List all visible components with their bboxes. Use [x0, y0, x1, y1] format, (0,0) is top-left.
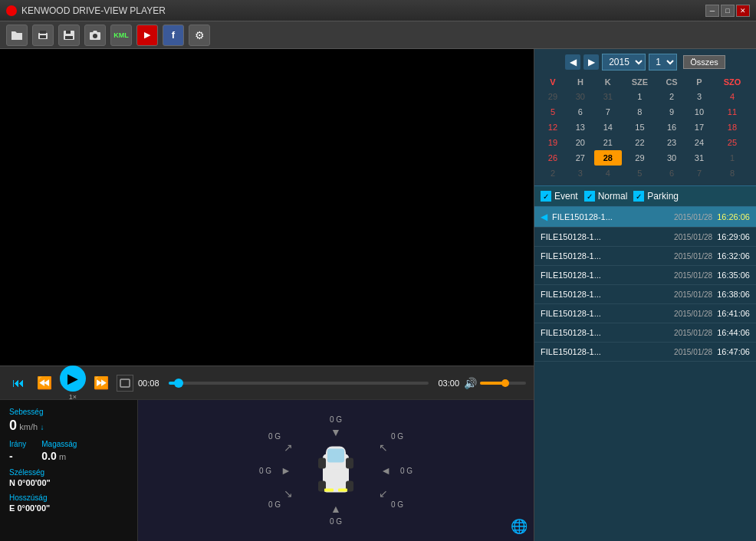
titlebar: KENWOOD DRIVE-VIEW PLAYER ─ □ ✕ [0, 0, 756, 21]
cal-day[interactable]: 31 [594, 89, 622, 104]
cal-day[interactable]: 2 [658, 89, 685, 104]
calendar-next-button[interactable]: ▶ [583, 54, 599, 70]
maximize-button[interactable]: □ [721, 5, 735, 17]
cal-day[interactable]: 30 [567, 89, 594, 104]
screen-mode-button[interactable] [117, 375, 133, 392]
settings-button[interactable]: ⚙ [189, 25, 210, 46]
cal-day[interactable]: 28 [594, 150, 622, 166]
volume-container: 🔊 [464, 377, 526, 389]
cal-day[interactable]: 5 [622, 166, 658, 181]
youtube-button[interactable]: ▶ [136, 25, 158, 46]
arrow-tr: ↖ [379, 441, 388, 454]
play-button[interactable]: ▶ [60, 366, 86, 392]
cal-day[interactable]: 7 [594, 104, 622, 120]
cal-day[interactable]: 23 [658, 135, 685, 150]
file-date: 2015/01/28 [674, 348, 712, 356]
cal-day[interactable]: 1 [622, 89, 658, 104]
file-name: FILE150128-1... [541, 328, 669, 337]
cal-day[interactable]: 31 [685, 150, 713, 166]
parking-checkbox[interactable]: ✓ [633, 191, 644, 202]
cal-day[interactable]: 18 [713, 120, 751, 135]
file-item[interactable]: FILE150128-1...2015/01/2816:32:06 [534, 247, 756, 266]
file-item[interactable]: FILE150128-1...2015/01/2816:38:06 [534, 285, 756, 304]
progress-bar[interactable] [169, 382, 429, 385]
globe-button[interactable]: 🌐 [511, 518, 528, 535]
cal-day[interactable]: 17 [685, 120, 713, 135]
cal-day[interactable]: 8 [622, 104, 658, 120]
calendar-prev-button[interactable]: ◀ [565, 54, 580, 70]
cal-day[interactable]: 3 [685, 89, 713, 104]
file-date: 2015/01/28 [674, 290, 712, 299]
event-checkbox[interactable]: ✓ [541, 191, 551, 202]
altitude-label: Magasság [41, 440, 77, 448]
cal-day[interactable]: 13 [567, 120, 594, 135]
close-button[interactable]: ✕ [736, 5, 750, 17]
cal-header-sat: SZO [713, 75, 751, 89]
cal-day[interactable]: 3 [567, 166, 594, 181]
cal-day[interactable]: 2 [539, 166, 567, 181]
cal-day[interactable]: 30 [658, 150, 685, 166]
cal-day[interactable]: 26 [539, 150, 567, 166]
cal-day[interactable]: 15 [622, 120, 658, 135]
file-item[interactable]: FILE150128-1...2015/01/2816:29:06 [534, 228, 756, 247]
file-item[interactable]: ◀FILE150128-1...2015/01/2816:26:06 [534, 207, 756, 228]
car-icon [317, 439, 355, 503]
file-item[interactable]: FILE150128-1...2015/01/2816:35:06 [534, 266, 756, 285]
right-panel: ◀ ▶ 2015 1 Összes V H K SZE CS [534, 49, 756, 541]
save-button[interactable] [58, 25, 80, 46]
filter-event: ✓ Event [541, 191, 578, 202]
calendar-year-select[interactable]: 2015 [602, 54, 646, 70]
cal-day[interactable]: 24 [685, 135, 713, 150]
svg-rect-12 [318, 458, 326, 469]
calendar-header: ◀ ▶ 2015 1 Összes [539, 54, 751, 70]
step-back-button[interactable]: ⏪ [34, 372, 55, 394]
cal-day[interactable]: 10 [685, 104, 713, 120]
svg-rect-4 [65, 36, 73, 39]
step-forward-button[interactable]: ⏩ [90, 372, 112, 394]
cal-day[interactable]: 25 [713, 135, 751, 150]
cal-day[interactable]: 27 [567, 150, 594, 166]
cal-day[interactable]: 21 [594, 135, 622, 150]
cal-day[interactable]: 29 [539, 89, 567, 104]
file-date: 2015/01/28 [674, 252, 712, 261]
cal-day[interactable]: 6 [567, 104, 594, 120]
volume-icon[interactable]: 🔊 [464, 377, 477, 389]
cal-day[interactable]: 8 [713, 166, 751, 181]
calendar-month-select[interactable]: 1 [649, 54, 677, 70]
speed-indicator: 1× [69, 393, 77, 401]
cal-day[interactable]: 19 [539, 135, 567, 150]
cal-day[interactable]: 14 [594, 120, 622, 135]
main-content: ⏮ ⏪ ▶ 1× ⏩ 00:08 03:00 🔊 [0, 49, 756, 541]
file-item[interactable]: FILE150128-1...2015/01/2816:44:06 [534, 323, 756, 343]
file-item[interactable]: FILE150128-1...2015/01/2816:47:06 [534, 343, 756, 362]
cal-day[interactable]: 20 [567, 135, 594, 150]
minimize-button[interactable]: ─ [705, 5, 719, 17]
camera-button[interactable] [84, 25, 106, 46]
print-button[interactable] [32, 25, 54, 46]
folder-open-button[interactable] [6, 25, 28, 46]
cal-day[interactable]: 4 [713, 89, 751, 104]
direction-label: Irány [9, 440, 26, 448]
cal-day[interactable]: 16 [658, 120, 685, 135]
progress-container[interactable] [164, 382, 434, 385]
cal-day[interactable]: 9 [658, 104, 685, 120]
cal-day[interactable]: 4 [594, 166, 622, 181]
cal-day[interactable]: 7 [685, 166, 713, 181]
normal-checkbox[interactable]: ✓ [584, 191, 595, 202]
kml-button[interactable]: KML [110, 25, 132, 46]
facebook-button[interactable]: f [163, 25, 184, 46]
cal-day[interactable]: 11 [713, 104, 751, 120]
file-item[interactable]: FILE150128-1...2015/01/2816:41:06 [534, 304, 756, 323]
cal-day[interactable]: 5 [539, 104, 567, 120]
cal-day[interactable]: 12 [539, 120, 567, 135]
cal-day[interactable]: 29 [622, 150, 658, 166]
cal-day[interactable]: 6 [658, 166, 685, 181]
skip-back-button[interactable]: ⏮ [8, 372, 29, 394]
cal-day[interactable]: 1 [713, 150, 751, 166]
file-name: FILE150128-1... [541, 347, 669, 356]
calendar-all-button[interactable]: Összes [683, 55, 725, 69]
svg-rect-17 [338, 489, 347, 492]
cal-day[interactable]: 22 [622, 135, 658, 150]
svg-rect-2 [40, 35, 46, 38]
volume-bar[interactable] [480, 382, 526, 385]
